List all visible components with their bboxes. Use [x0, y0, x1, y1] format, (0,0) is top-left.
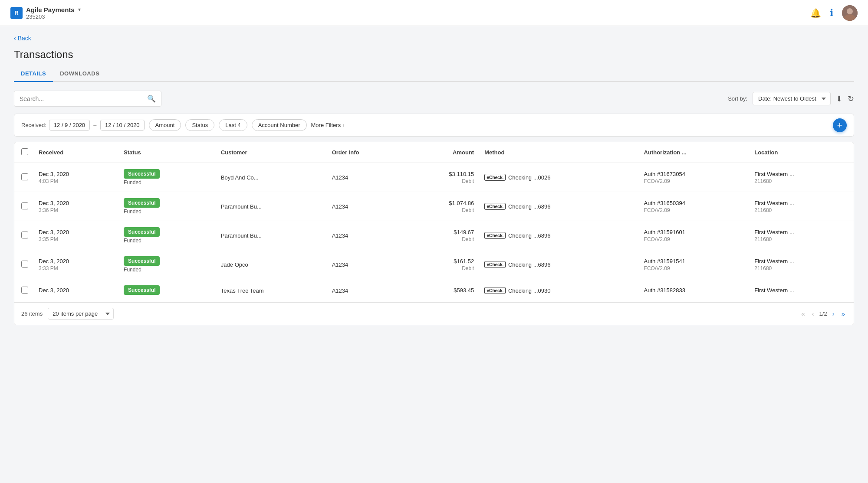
row-order: A1234	[327, 192, 405, 221]
echeck-icon: eCheck.	[484, 287, 506, 294]
select-all-header	[14, 142, 33, 163]
row-funded: Funded	[124, 179, 210, 186]
search-box[interactable]: 🔍	[14, 91, 161, 107]
tab-details[interactable]: DETAILS	[14, 66, 53, 82]
row-account: Checking ...0026	[508, 174, 551, 181]
row-status: Successful Funded	[118, 163, 216, 192]
row-amount: $3,110.15 Debit	[405, 163, 480, 192]
row-loc-id: 211680	[754, 265, 848, 271]
more-filters-button[interactable]: More Filters ›	[311, 122, 345, 128]
filter-account-button[interactable]: Account Number	[252, 119, 307, 131]
row-authorization: Auth #31582833	[639, 279, 750, 302]
avatar[interactable]	[842, 5, 858, 21]
row-amount-value: $161.52	[411, 258, 474, 264]
echeck-icon: eCheck.	[484, 261, 506, 268]
row-checkbox[interactable]	[21, 202, 28, 209]
row-method: eCheck. Checking ...6896	[479, 250, 638, 279]
row-method: eCheck. Checking ...0026	[479, 163, 638, 192]
back-label: Back	[18, 35, 31, 42]
search-icon: 🔍	[147, 95, 156, 103]
row-checkbox[interactable]	[21, 232, 28, 238]
info-icon[interactable]: ℹ	[830, 7, 833, 19]
row-location: First Western ... 211680	[749, 221, 854, 250]
header-left: R Agile Payments ▾ 235203	[10, 6, 81, 20]
search-input[interactable]	[20, 95, 144, 102]
col-amount: Amount	[405, 142, 480, 163]
first-page-button[interactable]: «	[799, 309, 806, 318]
row-checkbox-cell	[14, 192, 33, 221]
per-page-select[interactable]: 10 items per page 20 items per page 50 i…	[48, 308, 114, 320]
avatar-image	[842, 5, 858, 21]
row-amount-type: Debit	[411, 265, 474, 271]
row-amount: $1,074.86 Debit	[405, 192, 480, 221]
back-link[interactable]: ‹ Back	[14, 35, 31, 42]
main-content: ‹ Back Transactions DETAILS DOWNLOADS 🔍 …	[0, 26, 868, 334]
row-amount-type: Debit	[411, 178, 474, 184]
echeck-icon: eCheck.	[484, 174, 506, 181]
row-authorization: Auth #31673054 FCO/V2.09	[639, 163, 750, 192]
table-row: Dec 3, 2020 3:35 PM Successful Funded Pa…	[14, 221, 854, 250]
row-status: Successful	[118, 279, 216, 302]
row-location: First Western ... 211680	[749, 192, 854, 221]
col-received: Received	[33, 142, 118, 163]
header-right: 🔔 ℹ	[810, 5, 858, 21]
row-status: Successful Funded	[118, 192, 216, 221]
row-fco: FCO/V2.09	[644, 265, 744, 271]
footer-left: 26 items 10 items per page 20 items per …	[21, 308, 114, 320]
filter-date-from[interactable]: 12 / 9 / 2020	[49, 120, 90, 131]
table-row: Dec 3, 2020 3:33 PM Successful Funded Ja…	[14, 250, 854, 279]
row-funded: Funded	[124, 238, 210, 244]
row-amount-type: Debit	[411, 236, 474, 242]
filter-last4-button[interactable]: Last 4	[219, 119, 247, 131]
status-badge: Successful	[124, 169, 160, 179]
table-footer: 26 items 10 items per page 20 items per …	[14, 302, 854, 325]
echeck-icon: eCheck.	[484, 232, 506, 239]
status-badge: Successful	[124, 285, 160, 295]
filter-status-button[interactable]: Status	[185, 119, 214, 131]
pagination: « ‹ 1/2 › »	[799, 309, 847, 318]
next-page-button[interactable]: ›	[831, 309, 836, 318]
row-amount: $149.67 Debit	[405, 221, 480, 250]
col-location: Location	[749, 142, 854, 163]
row-fco: FCO/V2.09	[644, 178, 744, 184]
row-received: Dec 3, 2020 3:36 PM	[33, 192, 118, 221]
company-id: 235203	[26, 13, 81, 20]
notification-icon[interactable]: 🔔	[810, 8, 821, 18]
row-checkbox[interactable]	[21, 287, 28, 294]
row-loc-id: 211680	[754, 207, 848, 213]
row-funded: Funded	[124, 267, 210, 273]
row-customer: Boyd And Co...	[216, 163, 327, 192]
filter-bar: Received: 12 / 9 / 2020 → 12 / 10 / 2020…	[14, 114, 854, 137]
row-checkbox[interactable]	[21, 261, 28, 268]
sort-select[interactable]: Date: Newest to Oldest Date: Oldest to N…	[753, 92, 831, 105]
row-amount: $161.52 Debit	[405, 250, 480, 279]
transactions-table: Received Status Customer Order Info Amou…	[14, 142, 854, 325]
row-checkbox-cell	[14, 279, 33, 302]
col-status: Status	[118, 142, 216, 163]
row-auth-num: Auth #31591541	[644, 258, 744, 264]
row-amount: $593.45	[405, 279, 480, 302]
tabs: DETAILS DOWNLOADS	[14, 66, 854, 82]
download-icon[interactable]: ⬇	[836, 94, 842, 104]
select-all-checkbox[interactable]	[21, 148, 28, 155]
row-account: Checking ...6896	[508, 232, 551, 239]
svg-point-1	[847, 8, 853, 14]
tab-downloads[interactable]: DOWNLOADS	[53, 66, 106, 82]
row-checkbox-cell	[14, 221, 33, 250]
row-auth-num: Auth #31650394	[644, 200, 744, 206]
row-method: eCheck. Checking ...6896	[479, 192, 638, 221]
row-authorization: Auth #31591601 FCO/V2.09	[639, 221, 750, 250]
row-checkbox[interactable]	[21, 173, 28, 180]
prev-page-button[interactable]: ‹	[810, 309, 816, 318]
company-logo: R	[10, 7, 23, 19]
row-authorization: Auth #31650394 FCO/V2.09	[639, 192, 750, 221]
filter-date-to[interactable]: 12 / 10 / 2020	[100, 120, 145, 131]
filter-amount-button[interactable]: Amount	[149, 119, 181, 131]
add-filter-button[interactable]: +	[833, 118, 847, 132]
sort-label: Sort by:	[728, 95, 747, 102]
refresh-icon[interactable]: ↻	[848, 94, 854, 104]
search-sort-row: 🔍 Sort by: Date: Newest to Oldest Date: …	[14, 91, 854, 107]
company-chevron-icon[interactable]: ▾	[78, 7, 81, 13]
row-received: Dec 3, 2020	[33, 279, 118, 302]
last-page-button[interactable]: »	[840, 309, 847, 318]
